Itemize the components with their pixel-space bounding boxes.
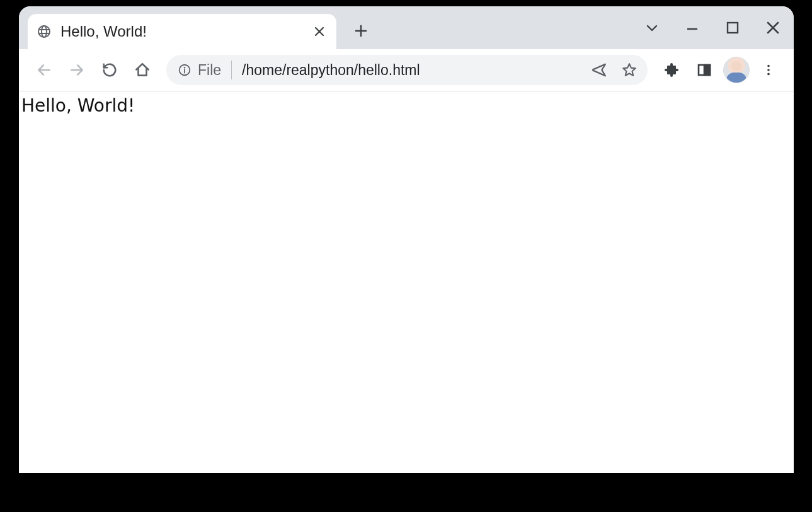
window-controls [643, 6, 782, 49]
tab-title: Hello, World! [60, 23, 311, 40]
svg-rect-2 [728, 23, 738, 33]
browser-tab-active[interactable]: Hello, World! [28, 14, 336, 49]
menu-button[interactable] [755, 56, 782, 84]
svg-point-9 [767, 73, 770, 76]
url-scheme-label: File [198, 62, 221, 79]
profile-avatar[interactable] [723, 57, 750, 83]
svg-point-0 [38, 26, 50, 37]
extensions-button[interactable] [658, 56, 685, 84]
tab-strip: Hello, World! [19, 6, 794, 49]
forward-button[interactable] [63, 56, 91, 84]
side-panel-button[interactable] [690, 56, 718, 84]
svg-rect-6 [704, 65, 710, 75]
back-button[interactable] [30, 56, 58, 84]
globe-icon [37, 24, 52, 39]
url-path: /home/realpython/hello.html [242, 62, 581, 79]
new-tab-button[interactable] [348, 18, 374, 44]
address-bar[interactable]: File /home/realpython/hello.html [166, 55, 648, 85]
browser-window: Hello, World! [19, 6, 794, 473]
share-button[interactable] [587, 62, 611, 78]
window-minimize-button[interactable] [683, 18, 702, 37]
svg-point-4 [185, 67, 185, 68]
bookmark-button[interactable] [617, 62, 641, 78]
svg-point-7 [767, 65, 770, 67]
site-info-icon[interactable] [178, 63, 192, 77]
home-button[interactable] [129, 56, 156, 84]
window-close-button[interactable] [763, 18, 782, 37]
page-body-text: Hello, World! [21, 95, 135, 116]
page-viewport: Hello, World! [19, 91, 794, 473]
separator [231, 61, 232, 79]
svg-point-1 [42, 26, 47, 37]
window-maximize-button[interactable] [723, 18, 742, 37]
close-tab-button[interactable] [311, 23, 328, 40]
toolbar: File /home/realpython/hello.html [19, 49, 794, 91]
reload-button[interactable] [96, 56, 123, 84]
tab-search-button[interactable] [643, 18, 661, 37]
svg-point-8 [767, 69, 770, 71]
